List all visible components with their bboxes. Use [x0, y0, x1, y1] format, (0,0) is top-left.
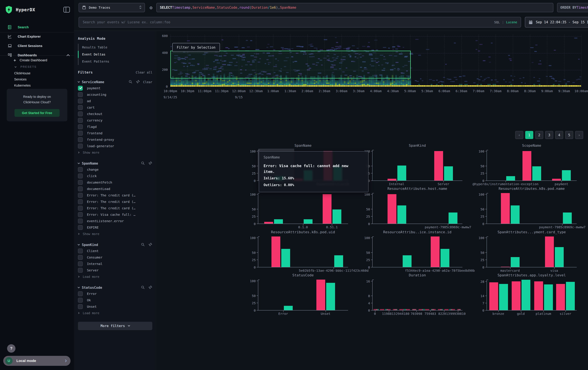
get-started-button[interactable]: Get Started for Free: [14, 109, 60, 117]
pin-icon[interactable]: [148, 242, 152, 247]
outlier-bar[interactable]: [388, 179, 396, 180]
events-heatmap[interactable]: Filter by Selection: [170, 35, 581, 87]
checkbox[interactable]: [78, 111, 83, 116]
filter-option-documentload[interactable]: documentLoad: [78, 186, 152, 192]
filter-group-name[interactable]: StatusCode: [82, 286, 102, 290]
checkbox[interactable]: [78, 219, 83, 223]
chart-plot-area[interactable]: [372, 150, 462, 181]
inlier-bar[interactable]: [506, 176, 515, 180]
checkbox[interactable]: [78, 92, 83, 97]
bar-group-visa[interactable]: [545, 237, 564, 267]
filter-option-error-visa-cache-full[interactable]: Error: Visa cache full: …: [78, 211, 152, 218]
prev-page-button[interactable]: ‹: [515, 131, 523, 139]
select-query-input[interactable]: SELECT Timestamp, ServiceName, StatusCod…: [156, 3, 553, 12]
inlier-bar[interactable]: [544, 284, 553, 310]
next-page-button[interactable]: ›: [575, 131, 583, 139]
bar-group-0-1-0[interactable]: [294, 219, 313, 224]
filter-option-client[interactable]: Client: [78, 248, 152, 254]
checkbox[interactable]: [78, 255, 83, 260]
search-icon[interactable]: [128, 80, 133, 84]
checkbox-checked[interactable]: [78, 86, 83, 90]
filter-group-name[interactable]: SpanKind: [82, 243, 98, 247]
chevron-down-icon[interactable]: [78, 80, 80, 83]
chart-plot-area[interactable]: [487, 193, 577, 224]
inlier-bar[interactable]: [532, 166, 541, 180]
chart-plot-area[interactable]: [372, 193, 462, 224]
filter-option-flagd[interactable]: flagd: [78, 124, 152, 130]
filter-option-error-the-credit-card[interactable]: Error: The credit card (…: [78, 192, 152, 199]
outlier-bar[interactable]: [272, 237, 280, 267]
chart-plot-area[interactable]: [372, 280, 462, 310]
bar-group-k8s-pod-name[interactable]: [501, 193, 520, 224]
checkbox[interactable]: [78, 118, 83, 123]
filter-option-expire[interactable]: EXPIRE: [78, 224, 152, 231]
outlier-bar[interactable]: [264, 222, 273, 224]
chart-plot-area[interactable]: [487, 237, 577, 267]
outlier-bar[interactable]: [388, 194, 396, 224]
checkbox[interactable]: [78, 186, 83, 191]
bar-group-hidden-under-tooltip[interactable]: [264, 219, 283, 224]
bar-group-unset[interactable]: [316, 280, 335, 310]
inlier-bar[interactable]: [281, 249, 290, 267]
preset-item-services[interactable]: Services: [0, 76, 74, 82]
filter-group-name[interactable]: SpanName: [82, 161, 98, 165]
inlier-bar[interactable]: [562, 170, 571, 180]
search-input[interactable]: [83, 20, 494, 24]
analysis-mode-event-deltas[interactable]: Event Deltas: [78, 51, 152, 58]
checkbox[interactable]: [78, 268, 83, 273]
inlier-bar[interactable]: [444, 166, 453, 180]
chart-plot-area[interactable]: [487, 150, 577, 181]
filter-option-accounting[interactable]: accounting: [78, 91, 152, 98]
bar-group-0-51-1[interactable]: [323, 194, 341, 224]
search-icon[interactable]: [141, 285, 145, 290]
outlier-bar[interactable]: [501, 267, 510, 267]
bar-group-bronze[interactable]: [489, 282, 508, 310]
checkbox[interactable]: [78, 144, 83, 149]
bar-group-host-name[interactable]: [388, 194, 406, 224]
lucene-toggle[interactable]: Lucene: [506, 20, 517, 24]
outlier-bar[interactable]: [431, 237, 440, 267]
checkbox[interactable]: [78, 298, 83, 303]
heatmap-selection-region[interactable]: [170, 51, 411, 79]
filter-option-error-the-credit-card[interactable]: Error: The credit card (…: [78, 205, 152, 211]
clear-filter-button[interactable]: Clear: [143, 80, 152, 84]
help-button[interactable]: ?: [7, 344, 15, 353]
pin-icon[interactable]: [148, 161, 152, 166]
inlier-bar[interactable]: [449, 212, 457, 224]
outlier-bar[interactable]: [316, 280, 325, 310]
outlier-bar[interactable]: [545, 237, 554, 267]
analysis-mode-results-table[interactable]: Results Table: [78, 44, 152, 51]
search-icon[interactable]: [141, 161, 145, 166]
chevron-down-icon[interactable]: [78, 243, 80, 245]
inlier-bar[interactable]: [397, 166, 406, 180]
outlier-bar[interactable]: [434, 151, 443, 180]
filter-option-click[interactable]: click: [78, 173, 152, 179]
preset-item-clickhouse[interactable]: ClickHouse: [0, 70, 74, 76]
inlier-bar[interactable]: [499, 284, 508, 310]
page-button-5[interactable]: 5: [565, 131, 573, 139]
bar-group-error[interactable]: [274, 306, 293, 310]
checkbox[interactable]: [78, 105, 83, 110]
outlier-bar[interactable]: [552, 179, 561, 180]
inlier-bar[interactable]: [333, 210, 341, 224]
chevron-down-icon[interactable]: [78, 286, 80, 288]
filter-option-unset[interactable]: Unset: [78, 303, 152, 310]
analysis-mode-event-patterns[interactable]: Event Patterns: [78, 58, 152, 65]
bar-group-k8s-pod-uid[interactable]: [272, 237, 290, 267]
sidebar-collapse-icon[interactable]: [63, 7, 70, 12]
checkbox[interactable]: [78, 212, 83, 217]
pin-icon[interactable]: [136, 80, 140, 84]
checkbox[interactable]: [78, 180, 83, 185]
checkbox[interactable]: [78, 131, 83, 136]
bar-group-f5344ec9-a1ea-4290-a62a-78f5bee8d90b[interactable]: [431, 237, 449, 267]
page-button-3[interactable]: 3: [545, 131, 553, 139]
inlier-bar[interactable]: [274, 219, 283, 224]
page-button-4[interactable]: 4: [555, 131, 563, 139]
checkbox[interactable]: [78, 167, 83, 172]
inlier-bar[interactable]: [403, 255, 411, 267]
filter-option-cart[interactable]: cart: [78, 104, 152, 111]
filter-option-ad[interactable]: ad: [78, 98, 152, 104]
user-menu[interactable]: U Local mode: [3, 356, 71, 366]
outlier-bar[interactable]: [534, 281, 543, 310]
create-dashboard-button[interactable]: + Create Dashboard: [0, 57, 74, 64]
